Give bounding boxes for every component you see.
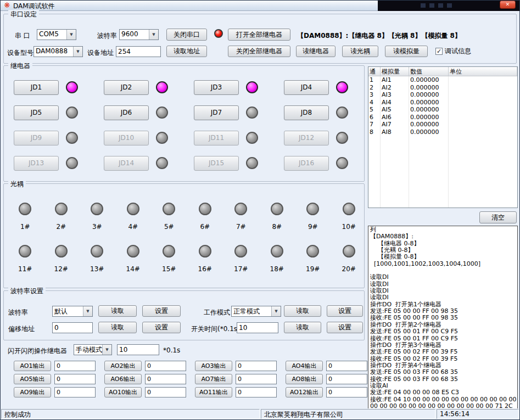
work-mode-label: 工作模式 xyxy=(204,308,230,317)
work-mode-select[interactable]: 正常模式 ▼ xyxy=(231,306,281,317)
flash-time-input[interactable] xyxy=(117,344,159,355)
analog-header-cell: 数值 xyxy=(409,67,449,76)
baud-set-button[interactable]: 设置 xyxy=(142,305,181,317)
ao-output-input[interactable] xyxy=(54,361,96,371)
relay-button[interactable]: JD4 xyxy=(284,80,329,95)
relay-button[interactable]: JD11 xyxy=(194,131,239,145)
switch-time-set-button[interactable]: 设置 xyxy=(327,322,363,333)
debug-log-panel[interactable]: 列【DAM0888】: 【继电器 0-8】 【光耦 0-8】 【模拟量 0-8】… xyxy=(368,226,518,411)
relay-button[interactable]: JD7 xyxy=(194,105,239,120)
ao-output-button[interactable]: AO9输出 xyxy=(14,387,51,397)
ao-output-button[interactable]: AO12输出 xyxy=(286,387,323,397)
ao-output-button[interactable]: AO6输出 xyxy=(104,374,142,384)
opto-channel-label: 19# xyxy=(306,265,320,273)
opto-cell: 20# xyxy=(331,245,367,273)
analog-header-cell: 单位 xyxy=(449,67,517,76)
ao-output-button[interactable]: AO7输出 xyxy=(195,374,232,384)
relay-button[interactable]: JD9 xyxy=(14,131,59,145)
ao-output-input[interactable] xyxy=(236,374,277,384)
switch-time-read-button[interactable]: 读取 xyxy=(284,322,321,333)
ao-output-input[interactable] xyxy=(326,374,367,384)
chevron-down-icon: ▼ xyxy=(271,306,281,316)
ao-output-button[interactable]: AO8输出 xyxy=(286,374,323,384)
relay-button[interactable]: JD15 xyxy=(194,156,239,171)
analog-table-row: 8 AI8 0.000000 xyxy=(368,128,517,136)
relay-button[interactable]: JD2 xyxy=(104,80,149,95)
close-serial-button[interactable]: 关闭串口 xyxy=(166,29,207,41)
switch-time-input[interactable] xyxy=(237,322,278,333)
device-address-input[interactable] xyxy=(116,46,161,57)
offset-read-button[interactable]: 读取 xyxy=(98,322,137,333)
ao-output-input[interactable] xyxy=(145,361,186,371)
relay-cell: JD12 xyxy=(284,131,374,145)
ao-output-input[interactable] xyxy=(145,387,186,397)
close-button[interactable]: ✕ xyxy=(500,1,516,9)
ao-output-input[interactable] xyxy=(326,361,367,371)
analog-name: AI8 xyxy=(381,128,409,136)
ao-output-input[interactable] xyxy=(326,387,367,397)
open-all-relays-button[interactable]: 打开全部继电器 xyxy=(228,29,290,41)
read-opto-button[interactable]: 读光耦 xyxy=(342,46,378,57)
opto-cell: 4# xyxy=(115,203,152,231)
device-model-select[interactable]: DAM0888 ▼ xyxy=(33,46,83,57)
relay-button[interactable]: JD14 xyxy=(104,156,149,171)
offset-address-input[interactable] xyxy=(52,322,93,333)
relay-button[interactable]: JD13 xyxy=(14,156,59,171)
opto-indicator-light xyxy=(55,203,68,215)
opto-indicator-light xyxy=(127,203,139,215)
ao-output-input[interactable] xyxy=(236,387,277,397)
relay-button[interactable]: JD6 xyxy=(104,105,149,120)
chevron-down-icon: ▼ xyxy=(102,345,111,355)
ao-output-button[interactable]: AO2输出 xyxy=(104,361,142,371)
relay-cell: JD6 xyxy=(104,105,194,120)
relay-button[interactable]: JD16 xyxy=(284,156,329,171)
opto-indicator-light xyxy=(271,245,283,257)
analog-table-row: 6 AI6 0.000000 xyxy=(368,114,517,121)
work-mode-set-button[interactable]: 设置 xyxy=(327,305,363,317)
ao-output-input[interactable] xyxy=(54,374,96,384)
log-line: 读取DI xyxy=(370,281,517,288)
read-analog-button[interactable]: 读模拟量 xyxy=(385,46,428,57)
analog-unit xyxy=(449,91,517,99)
opto-indicator-light xyxy=(343,245,355,257)
opto-indicator-light xyxy=(91,245,103,257)
read-address-button[interactable]: 读取地址 xyxy=(166,46,207,57)
read-relays-button[interactable]: 读继电器 xyxy=(296,46,336,57)
ao-output-cell: AO1输出 xyxy=(5,361,96,371)
port-select[interactable]: COM5 ▼ xyxy=(37,29,76,40)
ao-output-button[interactable]: AO1输出 xyxy=(14,361,51,371)
opto-channel-label: 3# xyxy=(92,223,102,231)
app-icon: ❋ xyxy=(3,1,12,10)
offset-set-button[interactable]: 设置 xyxy=(142,322,181,333)
ao-output-button[interactable]: AO3输出 xyxy=(195,361,232,371)
ao-output-input[interactable] xyxy=(236,361,277,371)
relay-cell: JD8 xyxy=(284,105,374,120)
opto-channel-label: 5# xyxy=(164,223,174,231)
relay-button[interactable]: JD10 xyxy=(104,131,149,145)
relay-button[interactable]: JD12 xyxy=(284,131,329,145)
baudrate-select[interactable]: 9600 ▼ xyxy=(119,29,159,40)
flash-mode-select[interactable]: 手动模式 ▼ xyxy=(74,344,112,355)
flash-operate-label: 闪开闪闭操作继电器 xyxy=(8,346,67,356)
ao-output-button[interactable]: AO5输出 xyxy=(14,374,51,384)
status-company: 北京聚英翱翔电子有限公司 xyxy=(261,409,435,419)
relay-button[interactable]: JD3 xyxy=(194,80,239,95)
ao-output-input[interactable] xyxy=(145,374,186,384)
work-mode-read-button[interactable]: 读取 xyxy=(284,305,321,317)
ao-output-button[interactable]: AO11输出 xyxy=(195,387,232,397)
ao-output-button[interactable]: AO10输出 xyxy=(104,387,142,397)
relay-button[interactable]: JD5 xyxy=(14,105,59,120)
relay-button[interactable]: JD8 xyxy=(284,105,329,120)
opto-channel-label: 9# xyxy=(308,223,318,231)
ao-output-input[interactable] xyxy=(54,387,96,397)
clear-button[interactable]: 清空 xyxy=(479,211,517,223)
debug-info-checkbox[interactable]: ✓ 调试信息 xyxy=(435,47,471,56)
log-line: [1000,1001,1002,1003,1004,1000] xyxy=(370,261,517,267)
ao-output-button[interactable]: AO4输出 xyxy=(286,361,323,371)
relay-button[interactable]: JD1 xyxy=(14,80,59,95)
ao-output-grid: AO1输出 AO2输出 AO3输出 AO4输出 AO5输出 AO6输出 AO7输… xyxy=(5,361,368,397)
baud-default-select[interactable]: 默认 ▼ xyxy=(52,306,93,317)
baud-read-button[interactable]: 读取 xyxy=(98,305,137,317)
close-all-relays-button[interactable]: 关闭全部继电器 xyxy=(228,46,290,57)
analog-value: 0.000000 xyxy=(409,76,449,84)
